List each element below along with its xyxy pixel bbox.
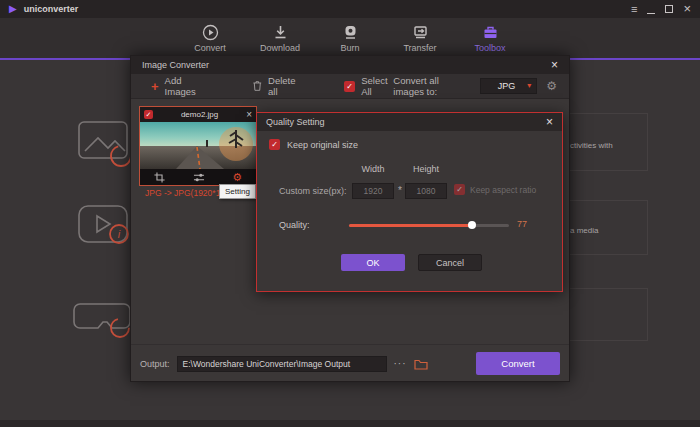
nav-item-convert[interactable]: Convert [187, 24, 233, 58]
bg-card-text-fragment-2: a media [570, 226, 598, 235]
convert-all-label: Convert all images to: [393, 75, 470, 97]
transfer-icon [412, 24, 429, 41]
bg-card-text-fragment-1: ctivities with [570, 141, 613, 150]
app-logo-icon: ▶ [9, 0, 17, 18]
quality-slider[interactable] [349, 224, 509, 227]
file-card-titlebar: ✓ demo2.jpg × [140, 107, 256, 122]
quality-label: Quality: [279, 220, 310, 230]
setting-tooltip: Setting [219, 184, 256, 199]
ok-button[interactable]: OK [341, 254, 405, 271]
file-checkbox[interactable]: ✓ [144, 110, 153, 119]
image-converter-toolbar: + Add Images Delete all ✓ Select All Con… [131, 74, 569, 99]
open-folder-icon[interactable] [414, 358, 428, 370]
keep-original-label: Keep original size [287, 140, 358, 150]
output-label: Output: [140, 359, 170, 369]
nav-item-transfer[interactable]: Transfer [397, 24, 443, 58]
quality-setting-titlebar: Quality Setting × [257, 113, 562, 131]
burn-icon [342, 24, 359, 41]
output-row: Output: E:\Wondershare UniConverter\Imag… [131, 344, 569, 382]
crop-icon[interactable] [154, 172, 165, 183]
file-card[interactable]: ✓ demo2.jpg × [139, 106, 257, 186]
vr-converter-card-icon [70, 284, 134, 346]
keep-original-checkbox[interactable]: ✓ [269, 139, 280, 150]
delete-all-button[interactable]: Delete all [253, 75, 302, 97]
image-converter-close-icon[interactable]: × [551, 56, 558, 74]
select-all-checkbox[interactable]: ✓ [344, 81, 355, 92]
file-setting-gear-icon[interactable]: ⚙ [232, 172, 242, 183]
svg-text:i: i [118, 228, 121, 240]
file-name: demo2.jpg [157, 110, 242, 119]
select-all-label: Select All [361, 75, 393, 97]
height-input[interactable] [405, 183, 447, 199]
app-window: i ctivities with a media ▶ uniconverter … [0, 0, 700, 427]
keep-aspect-control[interactable]: ✓ Keep aspect ratio [454, 184, 536, 195]
custom-size-label: Custom size(px): [279, 186, 347, 196]
quality-setting-title: Quality Setting [266, 117, 325, 127]
cancel-button[interactable]: Cancel [418, 254, 482, 271]
nav-label-toolbox: Toolbox [474, 43, 505, 53]
quality-slider-handle[interactable] [468, 221, 476, 229]
keep-aspect-label: Keep aspect ratio [470, 185, 536, 195]
window-titlebar: ▶ uniconverter ≡ × [0, 0, 700, 18]
nav-label-convert: Convert [194, 43, 226, 53]
menu-icon[interactable]: ≡ [631, 0, 637, 18]
select-all-control[interactable]: ✓ Select All [344, 75, 393, 97]
toolbox-icon [482, 24, 499, 41]
nav-label-download: Download [260, 43, 300, 53]
keep-aspect-checkbox[interactable]: ✓ [454, 184, 465, 195]
window-close-icon[interactable]: × [683, 0, 691, 18]
plus-icon: + [151, 80, 159, 93]
convert-all-group: Convert all images to: JPG ▾ ⚙ [393, 75, 557, 97]
adjust-sliders-icon[interactable] [193, 172, 205, 183]
keep-original-control[interactable]: ✓ Keep original size [269, 139, 358, 150]
quality-value: 77 [517, 219, 527, 229]
file-remove-icon[interactable]: × [246, 107, 252, 122]
format-settings-gear-icon[interactable]: ⚙ [546, 79, 557, 93]
bottom-strip [0, 420, 700, 427]
nav-item-burn[interactable]: Burn [327, 24, 373, 58]
convert-button[interactable]: Convert [476, 352, 560, 375]
chevron-down-icon: ▾ [527, 82, 531, 90]
image-converter-titlebar: Image Converter × [131, 56, 569, 74]
window-controls: ≡ × [631, 0, 691, 18]
add-images-button[interactable]: + Add Images [151, 75, 207, 97]
add-images-label: Add Images [165, 75, 208, 97]
output-path-field[interactable]: E:\Wondershare UniConverter\Image Output [177, 356, 387, 372]
nav-label-transfer: Transfer [403, 43, 436, 53]
delete-all-label: Delete all [268, 75, 302, 97]
file-thumbnail [140, 122, 256, 169]
nav-item-download[interactable]: Download [257, 24, 303, 58]
maximize-icon[interactable] [665, 5, 673, 13]
nav-item-toolbox[interactable]: Toolbox [467, 24, 513, 58]
browse-ellipsis-icon[interactable]: ··· [394, 358, 407, 369]
app-title: uniconverter [24, 4, 79, 14]
nav-label-burn: Burn [340, 43, 359, 53]
minimize-icon[interactable] [647, 5, 655, 14]
file-action-bar: ⚙ [140, 169, 256, 185]
image-converter-title: Image Converter [142, 60, 209, 70]
width-column-label: Width [352, 164, 394, 174]
height-column-label: Height [405, 164, 447, 174]
quality-slider-fill [349, 224, 472, 227]
download-icon [272, 24, 289, 41]
size-separator: * [395, 185, 405, 196]
width-input[interactable] [352, 183, 394, 199]
main-nav: Convert Download Burn Transfer Toolbox [0, 18, 700, 58]
quality-setting-close-icon[interactable]: × [546, 113, 553, 131]
format-dropdown[interactable]: JPG ▾ [480, 78, 538, 94]
image-converter-card-icon [70, 108, 134, 174]
format-value: JPG [486, 81, 527, 91]
file-conversion-text: JPG -> JPG(1920*10 [145, 188, 225, 198]
quality-setting-dialog: Quality Setting × ✓ Keep original size W… [256, 112, 563, 292]
trash-icon [253, 80, 262, 92]
convert-icon [202, 24, 219, 41]
video-info-card-icon: i [70, 196, 134, 256]
